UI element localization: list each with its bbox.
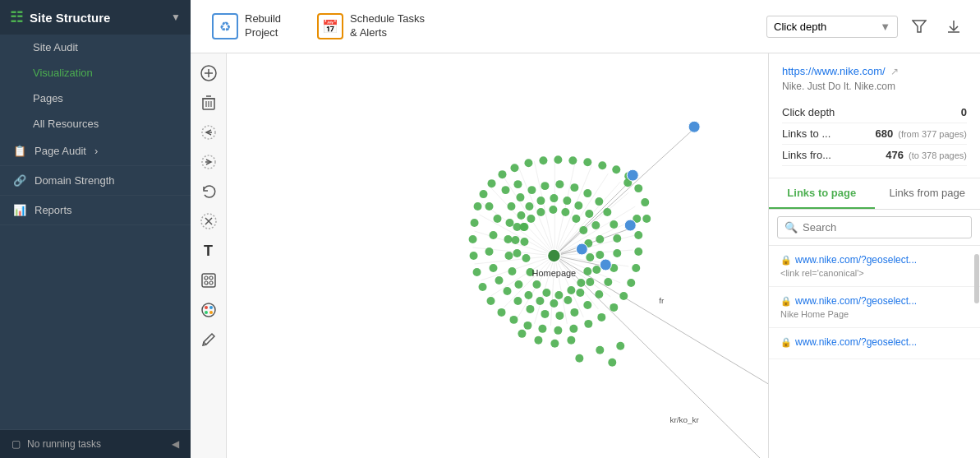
external-link-icon: ↗ xyxy=(890,66,899,77)
sidebar-item-visualization[interactable]: Visualization xyxy=(0,60,191,86)
sidebar-section-domain-strength[interactable]: 🔗 Domain Strength xyxy=(0,166,191,196)
visualization-canvas[interactable]: Homepage fr kr/ko_kr xyxy=(227,53,768,458)
links-from-label: Links fro... xyxy=(782,149,886,161)
add-node-button[interactable] xyxy=(196,60,222,86)
delete-icon xyxy=(201,95,216,111)
svg-point-110 xyxy=(485,248,494,256)
svg-point-185 xyxy=(527,215,535,223)
lock-icon: 🔒 xyxy=(780,337,792,348)
list-item[interactable]: 🔒 www.nike.com/?geoselect... xyxy=(769,328,980,359)
svg-point-106 xyxy=(513,180,522,188)
svg-point-74 xyxy=(524,159,532,167)
tab-links-from[interactable]: Links from page xyxy=(875,178,981,209)
svg-point-125 xyxy=(610,220,618,229)
sidebar-header[interactable]: ☷ Site Structure ▼ xyxy=(0,0,191,35)
svg-point-117 xyxy=(555,312,564,320)
svg-point-186 xyxy=(520,223,528,231)
sidebar-chevron-icon: ▼ xyxy=(171,12,181,23)
download-button[interactable] xyxy=(941,13,967,39)
tab-links-to[interactable]: Links to page xyxy=(769,178,875,209)
svg-point-149 xyxy=(591,221,600,229)
grid-tool-button[interactable] xyxy=(196,267,222,294)
sidebar-footer: ▢ No running tasks ◀ xyxy=(0,429,191,458)
svg-text:kr/ko_kr: kr/ko_kr xyxy=(669,415,699,424)
filter-button[interactable] xyxy=(906,13,932,39)
sidebar-collapse-button[interactable]: ◀ xyxy=(172,438,179,450)
svg-point-22 xyxy=(202,303,215,317)
cancel-button[interactable] xyxy=(196,208,222,234)
list-item-url: 🔒 www.nike.com/?geoselect... xyxy=(780,254,968,266)
sidebar-section-page-audit[interactable]: 📋 Page Audit › xyxy=(0,136,191,166)
sidebar-section-reports-label: Reports xyxy=(35,204,72,216)
sidebar-item-site-audit[interactable]: Site Audit xyxy=(0,35,191,60)
scrollbar-handle[interactable] xyxy=(974,254,979,303)
rebuild-project-button[interactable]: ♻ Rebuild Project xyxy=(204,7,289,45)
list-item[interactable]: 🔒 www.nike.com/?geoselect... Nike Home P… xyxy=(769,287,980,328)
palette-button[interactable] xyxy=(196,297,222,323)
pencil-button[interactable] xyxy=(196,326,222,353)
rebuild-project-icon: ♻ xyxy=(212,13,238,39)
svg-point-173 xyxy=(542,289,550,297)
svg-point-142 xyxy=(550,299,558,308)
svg-point-178 xyxy=(586,253,594,261)
text-tool-button[interactable]: T xyxy=(196,238,222,264)
svg-point-128 xyxy=(583,189,591,197)
svg-point-139 xyxy=(514,280,522,289)
svg-point-135 xyxy=(505,219,513,227)
svg-point-176 xyxy=(577,279,585,287)
page-info-section: https://www.nike.com/ ↗ Nike. Just Do It… xyxy=(769,53,980,178)
svg-point-132 xyxy=(527,186,536,194)
links-to-label: Links to ... xyxy=(782,127,876,140)
arrow-in-button[interactable] xyxy=(196,119,222,146)
svg-point-71 xyxy=(568,156,577,164)
sidebar-section-domain-strength-label: Domain Strength xyxy=(35,174,115,187)
arrow-out-button[interactable] xyxy=(196,149,222,175)
svg-point-115 xyxy=(526,305,534,313)
list-item[interactable]: 🔒 www.nike.com/?geoselect... <link rel='… xyxy=(769,246,980,287)
svg-point-184 xyxy=(536,208,545,216)
svg-point-143 xyxy=(564,296,572,304)
svg-point-162 xyxy=(608,359,616,367)
right-panel: https://www.nike.com/ ↗ Nike. Just Do It… xyxy=(768,53,980,458)
click-depth-dropdown[interactable]: Click depth ▼ xyxy=(766,16,898,38)
svg-point-21 xyxy=(209,281,213,285)
svg-point-159 xyxy=(513,249,521,257)
svg-point-164 xyxy=(518,330,526,338)
download-icon xyxy=(946,19,961,34)
svg-point-137 xyxy=(504,252,513,260)
svg-point-113 xyxy=(503,287,511,295)
svg-point-81 xyxy=(474,202,482,210)
undo-button[interactable] xyxy=(196,178,222,205)
svg-point-114 xyxy=(513,297,522,305)
sidebar-item-pages[interactable]: Pages xyxy=(0,86,191,111)
svg-point-121 xyxy=(604,278,612,286)
svg-point-193 xyxy=(624,220,636,231)
svg-point-177 xyxy=(583,267,591,275)
svg-point-102 xyxy=(634,231,642,239)
svg-point-23 xyxy=(205,306,208,309)
svg-point-98 xyxy=(619,292,628,300)
sidebar-section-reports[interactable]: 📊 Reports xyxy=(0,196,191,225)
delete-button[interactable] xyxy=(196,90,222,116)
svg-point-120 xyxy=(595,290,603,298)
dropdown-chevron-icon: ▼ xyxy=(880,21,890,33)
svg-point-78 xyxy=(634,184,642,192)
svg-text:Homepage: Homepage xyxy=(532,268,577,278)
list-item-url: 🔒 www.nike.com/?geoselect... xyxy=(780,295,968,307)
search-input[interactable] xyxy=(803,221,964,234)
click-depth-value: 0 xyxy=(961,106,967,118)
svg-point-68 xyxy=(612,165,620,173)
schedule-tasks-button[interactable]: 📅 Schedule Tasks & Alerts xyxy=(309,7,433,45)
page-url-text: https://www.nike.com/ xyxy=(782,65,886,77)
svg-point-19 xyxy=(209,276,213,280)
svg-point-82 xyxy=(641,198,649,206)
svg-point-80 xyxy=(480,190,488,198)
svg-point-129 xyxy=(570,183,578,192)
svg-point-160 xyxy=(575,354,583,363)
click-depth-dropdown-label: Click depth xyxy=(774,21,826,33)
svg-point-144 xyxy=(576,289,584,297)
page-url-link[interactable]: https://www.nike.com/ ↗ xyxy=(782,65,967,77)
cancel-icon xyxy=(200,213,217,229)
svg-point-124 xyxy=(613,234,621,243)
sidebar-item-all-resources[interactable]: All Resources xyxy=(0,111,191,136)
